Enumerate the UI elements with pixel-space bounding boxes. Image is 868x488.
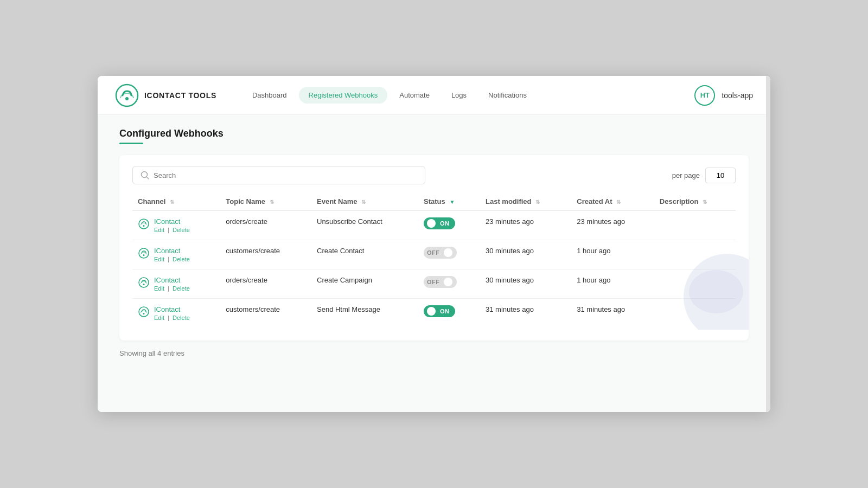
channel-name-1[interactable]: IContact xyxy=(154,247,190,255)
toggle-label-2: OFF xyxy=(427,279,439,285)
logo-icon xyxy=(115,84,139,107)
table-row: IContact Edit | Delete customers/createC… xyxy=(132,240,736,269)
nav-logs[interactable]: Logs xyxy=(442,87,476,104)
svg-point-8 xyxy=(139,278,149,287)
cell-event-1: Create Contact xyxy=(311,240,418,269)
cell-event-2: Create Campaign xyxy=(311,269,418,299)
channel-actions-2: Edit | Delete xyxy=(154,285,190,292)
col-last-modified-sort-icon: ⇅ xyxy=(535,199,540,205)
col-topic-sort-icon: ⇅ xyxy=(270,199,274,205)
nav-automate[interactable]: Automate xyxy=(390,87,439,104)
nav-notifications[interactable]: Notifications xyxy=(478,87,537,104)
cell-last-modified-1: 30 minutes ago xyxy=(480,240,571,269)
svg-point-0 xyxy=(116,85,138,106)
webhooks-table: Channel ⇅ Topic Name ⇅ Event Name ⇅ St xyxy=(132,193,736,328)
nav-dashboard[interactable]: Dashboard xyxy=(242,87,297,104)
channel-name-3[interactable]: IContact xyxy=(154,305,190,313)
delete-link-0[interactable]: Delete xyxy=(173,227,190,233)
edit-link-3[interactable]: Edit xyxy=(154,314,164,321)
cell-topic-1: customers/create xyxy=(220,240,311,269)
cell-created-at-3: 31 minutes ago xyxy=(571,299,654,328)
cell-topic-3: customers/create xyxy=(220,299,311,328)
logo-text: ICONTACT TOOLS xyxy=(144,91,216,100)
table-body: IContact Edit | Delete orders/createUnsu… xyxy=(132,210,736,328)
col-status-sort-icon: ▼ xyxy=(449,199,455,205)
toggle-label-0: ON xyxy=(440,220,449,227)
edit-link-1[interactable]: Edit xyxy=(154,256,164,262)
channel-actions-1: Edit | Delete xyxy=(154,256,190,262)
cell-event-0: Unsubscribe Contact xyxy=(311,210,418,240)
col-status[interactable]: Status ▼ xyxy=(418,193,480,210)
cell-last-modified-2: 30 minutes ago xyxy=(480,269,571,299)
cell-description-3 xyxy=(654,299,736,328)
table-row: IContact Edit | Delete orders/createUnsu… xyxy=(132,210,736,240)
cell-channel-3: IContact Edit | Delete xyxy=(132,299,220,328)
channel-icon xyxy=(138,218,150,230)
cell-status-0: ON xyxy=(418,210,480,240)
delete-link-3[interactable]: Delete xyxy=(173,314,190,321)
nav-bar: ICONTACT TOOLS Dashboard Registered Webh… xyxy=(98,76,770,115)
avatar[interactable]: HT xyxy=(694,85,715,106)
cell-topic-0: orders/create xyxy=(220,210,311,240)
toggle-0[interactable]: ON xyxy=(424,217,455,229)
cell-status-3: ON xyxy=(418,299,480,328)
cell-event-3: Send Html Message xyxy=(311,299,418,328)
nav-registered-webhooks[interactable]: Registered Webhooks xyxy=(299,87,388,104)
svg-point-11 xyxy=(143,313,145,314)
channel-name-2[interactable]: IContact xyxy=(154,276,190,284)
col-event-sort-icon: ⇅ xyxy=(361,199,366,205)
col-last-modified[interactable]: Last modified ⇅ xyxy=(480,193,571,210)
per-page-area: per page xyxy=(672,168,736,183)
cell-description-1 xyxy=(654,240,736,269)
col-description-sort-icon: ⇅ xyxy=(703,199,707,205)
channel-name-0[interactable]: IContact xyxy=(154,217,190,226)
col-channel-sort-icon: ⇅ xyxy=(170,199,174,205)
nav-links: Dashboard Registered Webhooks Automate L… xyxy=(242,87,694,104)
toggle-label-1: OFF xyxy=(427,249,439,256)
cell-created-at-1: 1 hour ago xyxy=(571,240,654,269)
toggle-1[interactable]: OFF xyxy=(424,247,457,259)
cell-created-at-0: 23 minutes ago xyxy=(571,210,654,240)
cell-status-1: OFF xyxy=(418,240,480,269)
search-input[interactable] xyxy=(154,171,417,179)
browser-window: ICONTACT TOOLS Dashboard Registered Webh… xyxy=(98,76,770,412)
col-description[interactable]: Description ⇅ xyxy=(654,193,736,210)
svg-point-10 xyxy=(139,307,149,317)
col-event[interactable]: Event Name ⇅ xyxy=(311,193,418,210)
delete-link-2[interactable]: Delete xyxy=(173,285,190,292)
toggle-label-3: ON xyxy=(440,308,449,314)
per-page-input[interactable] xyxy=(705,168,736,183)
table-row: IContact Edit | Delete customers/createS… xyxy=(132,299,736,328)
svg-line-3 xyxy=(146,177,149,179)
svg-point-5 xyxy=(143,225,145,227)
user-name: tools-app xyxy=(722,91,753,100)
table-header: Channel ⇅ Topic Name ⇅ Event Name ⇅ St xyxy=(132,193,736,210)
col-created-at-sort-icon: ⇅ xyxy=(616,199,621,205)
title-underline xyxy=(119,143,143,144)
cell-description-2 xyxy=(654,269,736,299)
table-footer: Showing all 4 entries xyxy=(119,349,749,357)
cell-channel-0: IContact Edit | Delete xyxy=(132,210,220,240)
user-area: HT tools-app xyxy=(694,85,753,106)
toggle-3[interactable]: ON xyxy=(424,305,455,317)
search-box xyxy=(132,166,425,184)
channel-icon xyxy=(138,277,150,288)
svg-point-1 xyxy=(125,97,129,100)
edit-link-2[interactable]: Edit xyxy=(154,285,164,292)
cell-last-modified-3: 31 minutes ago xyxy=(480,299,571,328)
page-title-area: Configured Webhooks xyxy=(119,128,749,144)
col-topic[interactable]: Topic Name ⇅ xyxy=(220,193,311,210)
entries-count: Showing all 4 entries xyxy=(119,349,184,357)
edit-link-0[interactable]: Edit xyxy=(154,227,164,233)
svg-point-9 xyxy=(143,284,145,285)
page-title: Configured Webhooks xyxy=(119,128,749,139)
delete-link-1[interactable]: Delete xyxy=(173,256,190,262)
cell-last-modified-0: 23 minutes ago xyxy=(480,210,571,240)
toggle-2[interactable]: OFF xyxy=(424,276,457,288)
channel-actions-0: Edit | Delete xyxy=(154,227,190,233)
channel-icon xyxy=(138,247,150,259)
col-channel[interactable]: Channel ⇅ xyxy=(132,193,220,210)
svg-point-6 xyxy=(139,248,149,258)
col-created-at[interactable]: Created At ⇅ xyxy=(571,193,654,210)
channel-icon xyxy=(138,306,150,318)
